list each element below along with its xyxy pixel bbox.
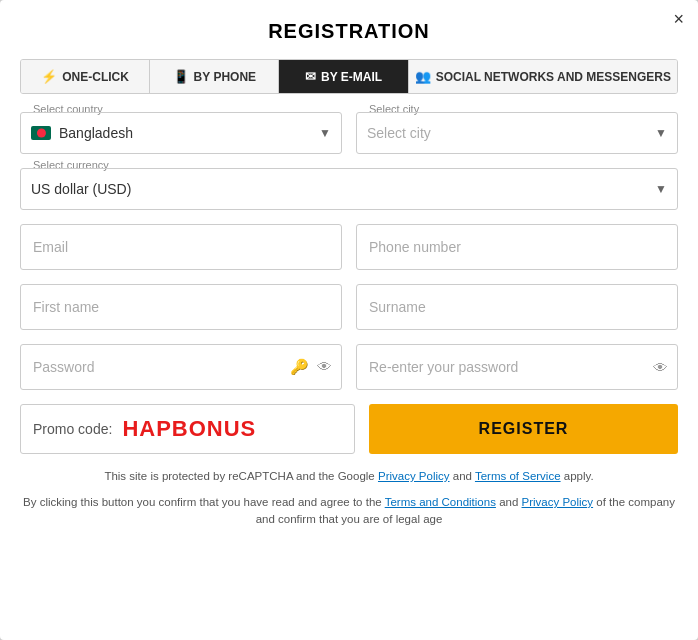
city-field-group: Select city Select city ▼ — [356, 112, 678, 154]
register-button[interactable]: REGISTER — [369, 404, 678, 454]
currency-select-outer: US dollar (USD) ▼ — [20, 168, 678, 210]
email-icon: ✉ — [305, 69, 316, 84]
email-field-group — [20, 224, 342, 270]
country-select[interactable]: Bangladesh ▼ — [20, 112, 342, 154]
terms-of-service-link[interactable]: Terms of Service — [475, 470, 561, 482]
phone-field-group — [356, 224, 678, 270]
surname-input[interactable] — [356, 284, 678, 330]
firstname-field-group — [20, 284, 342, 330]
promo-box: Promo code: HAPBONUS — [20, 404, 355, 454]
promo-code-value: HAPBONUS — [122, 416, 256, 442]
chevron-down-icon: ▼ — [319, 126, 331, 140]
password-field-group: 🔑 👁 — [20, 344, 342, 390]
currency-field-group: Select currency US dollar (USD) ▼ — [20, 168, 678, 210]
name-row — [20, 284, 678, 330]
email-input[interactable] — [20, 224, 342, 270]
city-select[interactable]: Select city ▼ — [356, 112, 678, 154]
promo-register-row: Promo code: HAPBONUS REGISTER — [20, 404, 678, 454]
email-phone-row — [20, 224, 678, 270]
tab-by-email[interactable]: ✉ BY E-MAIL — [279, 60, 408, 93]
key-icon: 🔑 — [290, 358, 309, 376]
tab-social[interactable]: 👥 SOCIAL NETWORKS AND MESSENGERS — [409, 60, 677, 93]
re-password-icons: 👁 — [653, 359, 668, 376]
chevron-down-icon: ▼ — [655, 126, 667, 140]
recaptcha-notice: This site is protected by reCAPTCHA and … — [20, 470, 678, 482]
re-password-input[interactable] — [356, 344, 678, 390]
terms-and-conditions-link[interactable]: Terms and Conditions — [385, 496, 496, 508]
re-password-field-group: 👁 — [356, 344, 678, 390]
country-field-group: Select country Bangladesh ▼ — [20, 112, 342, 154]
privacy-policy-link-2[interactable]: Privacy Policy — [522, 496, 594, 508]
close-button[interactable]: × — [673, 10, 684, 28]
firstname-input[interactable] — [20, 284, 342, 330]
tab-by-phone[interactable]: 📱 BY PHONE — [150, 60, 279, 93]
password-row: 🔑 👁 👁 — [20, 344, 678, 390]
tab-bar: ⚡ ONE-CLICK 📱 BY PHONE ✉ BY E-MAIL 👥 SOC… — [20, 59, 678, 94]
password-icons: 🔑 👁 — [290, 358, 332, 376]
registration-modal: × REGISTRATION ⚡ ONE-CLICK 📱 BY PHONE ✉ … — [0, 0, 698, 640]
country-city-row: Select country Bangladesh ▼ Select city … — [20, 112, 678, 154]
flag-icon — [31, 126, 51, 140]
phone-input[interactable] — [356, 224, 678, 270]
currency-select[interactable]: US dollar (USD) ▼ — [20, 168, 678, 210]
lightning-icon: ⚡ — [41, 69, 57, 84]
modal-title: REGISTRATION — [20, 20, 678, 43]
currency-row: Select currency US dollar (USD) ▼ — [20, 168, 678, 210]
tab-one-click[interactable]: ⚡ ONE-CLICK — [21, 60, 150, 93]
social-icon: 👥 — [415, 69, 431, 84]
eye-icon[interactable]: 👁 — [653, 359, 668, 376]
surname-field-group — [356, 284, 678, 330]
chevron-down-icon: ▼ — [655, 182, 667, 196]
promo-label: Promo code: — [33, 421, 112, 437]
terms-notice: By clicking this button you confirm that… — [20, 494, 678, 529]
phone-icon: 📱 — [173, 69, 189, 84]
eye-icon[interactable]: 👁 — [317, 358, 332, 376]
privacy-policy-link[interactable]: Privacy Policy — [378, 470, 450, 482]
